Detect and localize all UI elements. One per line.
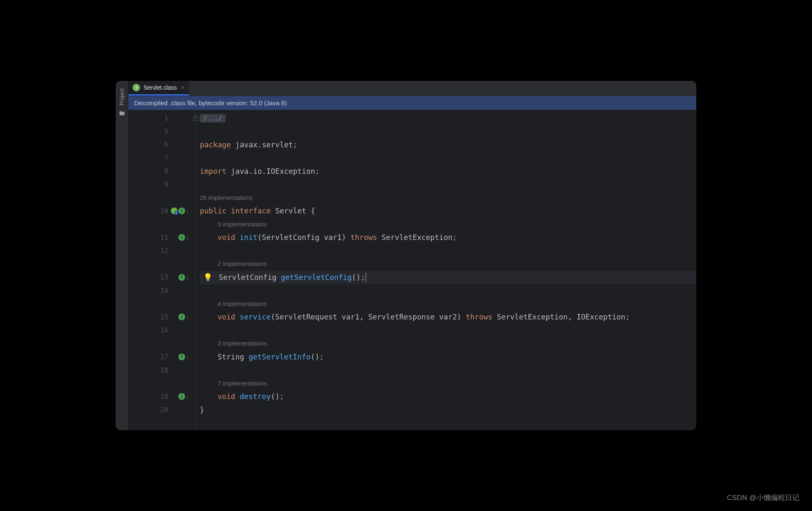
down-arrow-icon: ↓ bbox=[186, 314, 189, 320]
return-type: String bbox=[218, 353, 249, 361]
semicolon: ; bbox=[452, 233, 457, 242]
implementations-hint[interactable]: 26 implementations bbox=[200, 194, 253, 201]
line-number: 8 bbox=[156, 167, 168, 175]
interface-icon: I bbox=[133, 84, 140, 91]
brace: { bbox=[306, 207, 315, 215]
code-editor[interactable]: 1+ 5 6 7 8 9 10I↓ 11I↓ 12 13I↓ 14 15I↓ 1… bbox=[128, 110, 696, 430]
file-tab[interactable]: I Servlet.class × bbox=[128, 81, 189, 96]
override-icon[interactable]: I bbox=[178, 234, 185, 241]
line-number: 12 bbox=[156, 247, 168, 255]
editor-gutter: 1+ 5 6 7 8 9 10I↓ 11I↓ 12 13I↓ 14 15I↓ 1… bbox=[128, 110, 196, 430]
watermark-text: CSDN @小懒编程日记 bbox=[727, 493, 799, 503]
implementations-hint[interactable]: 2 implementations bbox=[200, 261, 267, 267]
override-icon[interactable]: I bbox=[178, 314, 185, 320]
line-number: 17 bbox=[156, 353, 168, 361]
line-number: 14 bbox=[156, 287, 168, 295]
type-name: Servlet bbox=[275, 207, 306, 215]
params: () bbox=[352, 273, 361, 282]
line-number: 19 bbox=[156, 393, 168, 401]
method-name: destroy bbox=[240, 392, 271, 401]
folder-icon bbox=[119, 110, 125, 117]
code-content[interactable]: /.../ package javax.servlet; import java… bbox=[196, 110, 696, 430]
tab-label: Servlet.class bbox=[143, 84, 177, 91]
line-number: 20 bbox=[156, 406, 168, 414]
semicolon: ; bbox=[625, 313, 630, 321]
down-arrow-icon: ↓ bbox=[186, 208, 189, 214]
semicolon: ; bbox=[361, 273, 365, 282]
close-icon[interactable]: × bbox=[181, 84, 184, 91]
semicolon: ; bbox=[293, 141, 297, 149]
keyword: throws bbox=[466, 313, 497, 321]
tool-sidebar: Project bbox=[116, 81, 128, 430]
down-arrow-icon: ↓ bbox=[186, 354, 189, 360]
method-name: init bbox=[240, 233, 257, 242]
keyword: package bbox=[200, 141, 235, 149]
implementations-hint[interactable]: 4 implementations bbox=[200, 301, 267, 307]
semicolon: ; bbox=[280, 392, 284, 401]
override-icon[interactable]: I bbox=[178, 354, 185, 360]
down-arrow-icon: ↓ bbox=[186, 393, 189, 400]
override-icon[interactable]: I bbox=[178, 208, 185, 214]
return-type: ServletConfig bbox=[219, 273, 281, 282]
keyword: import bbox=[200, 167, 231, 176]
line-number: 9 bbox=[156, 181, 168, 189]
tab-bar: I Servlet.class × bbox=[128, 81, 696, 96]
keyword: void bbox=[218, 313, 240, 321]
line-number: 1 bbox=[156, 114, 168, 122]
line-number: 6 bbox=[156, 141, 168, 149]
params: (ServletRequest var1, ServletResponse va… bbox=[271, 313, 466, 321]
line-number: 11 bbox=[156, 234, 168, 242]
keyword: void bbox=[218, 233, 240, 242]
line-number: 7 bbox=[156, 154, 168, 162]
semicolon: ; bbox=[315, 167, 320, 176]
method-name: getServletInfo bbox=[249, 353, 311, 361]
params: () bbox=[310, 353, 319, 361]
method-name: service bbox=[240, 313, 271, 321]
override-icon[interactable]: I bbox=[178, 393, 185, 400]
editor-main: I Servlet.class × Decompiled .class file… bbox=[128, 81, 696, 430]
decompile-info-bar: Decompiled .class file, bytecode version… bbox=[128, 96, 696, 110]
semicolon: ; bbox=[319, 353, 324, 361]
project-tool-button[interactable]: Project bbox=[119, 85, 125, 109]
implementations-hint[interactable]: 3 implementations bbox=[200, 340, 267, 347]
line-number: 13 bbox=[156, 273, 168, 281]
package-name: javax.servlet bbox=[235, 141, 293, 149]
exception: ServletException, IOException bbox=[497, 313, 626, 321]
method-name: getServletConfig bbox=[281, 273, 352, 282]
keyword: throws bbox=[350, 233, 382, 242]
implementations-hint[interactable]: 3 implementations bbox=[200, 221, 267, 228]
line-number: 16 bbox=[156, 326, 168, 334]
down-arrow-icon: ↓ bbox=[186, 234, 189, 241]
spring-bean-icon[interactable] bbox=[171, 208, 178, 214]
override-icon[interactable]: I bbox=[178, 274, 185, 281]
line-number: 10 bbox=[156, 207, 168, 215]
import-name: java.io.IOException bbox=[231, 167, 315, 176]
down-arrow-icon: ↓ bbox=[186, 274, 189, 281]
ide-window: Project I Servlet.class × Decompiled .cl… bbox=[116, 81, 696, 430]
keyword: void bbox=[218, 392, 240, 401]
line-number: 15 bbox=[156, 313, 168, 321]
folded-region[interactable]: /.../ bbox=[200, 114, 226, 122]
brace: } bbox=[200, 406, 204, 414]
lightbulb-icon[interactable]: 💡 bbox=[203, 273, 212, 282]
text-cursor bbox=[366, 273, 366, 282]
line-number: 5 bbox=[156, 128, 168, 136]
implementations-hint[interactable]: 7 implementations bbox=[200, 380, 267, 387]
keyword: public interface bbox=[200, 207, 275, 215]
params: (ServletConfig var1) bbox=[257, 233, 350, 242]
exception: ServletException bbox=[382, 233, 453, 242]
params: () bbox=[271, 392, 279, 401]
line-number: 18 bbox=[156, 366, 168, 374]
